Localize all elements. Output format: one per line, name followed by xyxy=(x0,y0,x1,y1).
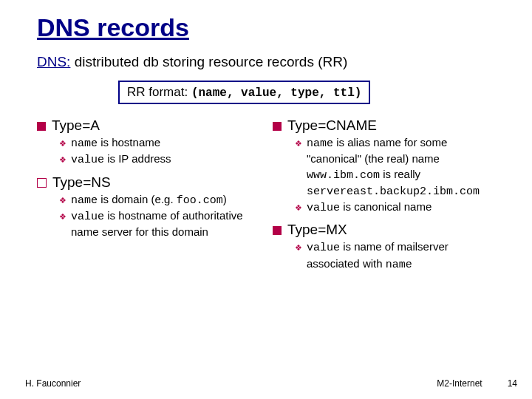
list-item: value is hostname of authoritative name … xyxy=(59,208,267,240)
right-column: Type=CNAME name is alias name for some "… xyxy=(273,113,502,279)
list-item: value is name of mailserver associated w… xyxy=(295,239,502,273)
type-a-heading: Type=A xyxy=(37,117,267,134)
footer: H. Fauconnier M2-Internet 14 xyxy=(25,378,517,389)
rr-format-box: RR format: (name, value, type, ttl) xyxy=(118,81,370,104)
list-item: value is canonical name xyxy=(295,200,502,216)
footer-author: H. Fauconnier xyxy=(25,378,81,389)
type-mx-list: value is name of mailserver associated w… xyxy=(273,239,502,273)
type-cname-list: name is alias name for some "canonical" … xyxy=(273,135,502,216)
list-item: name is hostname xyxy=(59,135,267,151)
columns: Type=A name is hostname value is IP addr… xyxy=(37,113,502,279)
type-ns-list: name is domain (e.g. foo.com) value is h… xyxy=(37,192,267,240)
type-cname-heading: Type=CNAME xyxy=(273,117,502,134)
subtitle: DNS: distributed db storing resource rec… xyxy=(37,54,502,70)
footer-right: M2-Internet 14 xyxy=(437,378,517,389)
type-ns-heading: Type=NS xyxy=(37,174,267,191)
list-item: name is domain (e.g. foo.com) xyxy=(59,192,267,208)
type-mx-heading: Type=MX xyxy=(273,222,502,238)
subtitle-dns: DNS: xyxy=(37,54,70,69)
rr-tuple: (name, value, type, ttl) xyxy=(191,86,361,100)
type-a-list: name is hostname value is IP address xyxy=(37,135,267,168)
list-item: name is alias name for some "canonical" … xyxy=(295,135,502,200)
slide: DNS records DNS: distributed db storing … xyxy=(0,0,532,399)
list-item: value is IP address xyxy=(59,151,267,168)
page-title: DNS records xyxy=(37,13,502,42)
footer-page: 14 xyxy=(508,378,517,389)
subtitle-rest: distributed db storing resource records … xyxy=(70,54,347,69)
footer-course: M2-Internet xyxy=(437,378,482,389)
left-column: Type=A name is hostname value is IP addr… xyxy=(37,113,267,279)
rr-label: RR format: xyxy=(127,85,191,99)
